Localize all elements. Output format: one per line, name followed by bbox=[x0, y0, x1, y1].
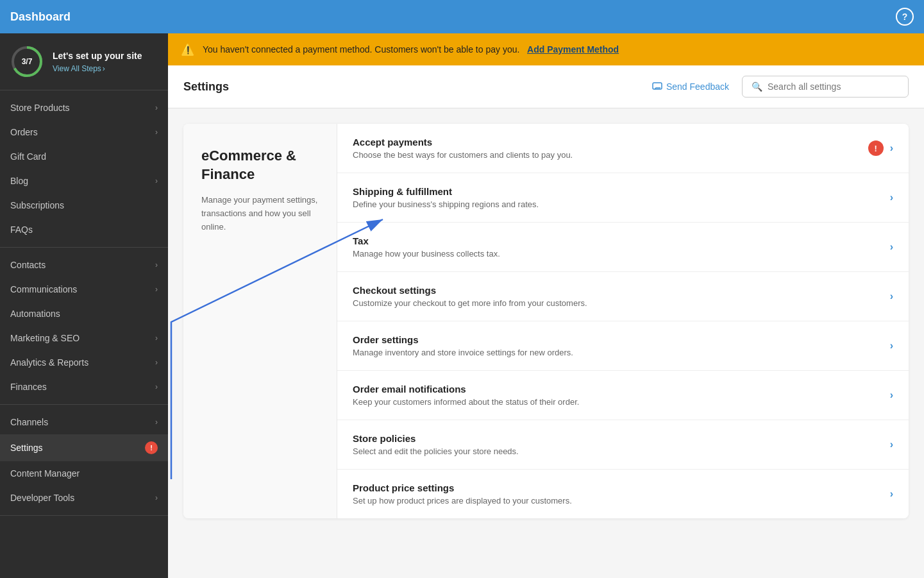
store-policies-content: Store policies Select and edit the polic… bbox=[353, 433, 890, 456]
store-policies-item[interactable]: Store policies Select and edit the polic… bbox=[337, 420, 909, 470]
sidebar-item-content-manager[interactable]: Content Manager bbox=[0, 461, 168, 486]
tax-item[interactable]: Tax Manage how your business collects ta… bbox=[337, 223, 909, 272]
tax-content: Tax Manage how your business collects ta… bbox=[353, 235, 890, 259]
chevron-icon: › bbox=[155, 176, 158, 185]
setup-card: 3/7 Let's set up your site View All Step… bbox=[0, 33, 168, 90]
product-price-right: › bbox=[890, 488, 893, 500]
sidebar-item-label: Settings bbox=[10, 443, 43, 453]
sidebar-item-orders[interactable]: Orders › bbox=[0, 120, 168, 144]
panel-sidebar-title: eCommerce & Finance bbox=[201, 147, 319, 183]
chevron-icon: › bbox=[155, 418, 158, 427]
product-price-item[interactable]: Product price settings Set up how produc… bbox=[337, 470, 909, 518]
chevron-icon: › bbox=[890, 439, 893, 450]
order-email-item[interactable]: Order email notifications Keep your cust… bbox=[337, 371, 909, 420]
chevron-icon: › bbox=[155, 358, 158, 367]
top-bar: Dashboard ? bbox=[0, 0, 924, 33]
sidebar-item-subscriptions[interactable]: Subscriptions bbox=[0, 193, 168, 217]
dashboard-title: Dashboard bbox=[10, 10, 71, 24]
feedback-icon bbox=[652, 81, 662, 92]
sidebar-item-label: Store Products bbox=[10, 103, 70, 113]
sidebar-item-label: Communications bbox=[10, 284, 77, 294]
view-all-steps-link[interactable]: View All Steps › bbox=[53, 64, 158, 73]
send-feedback-label: Send Feedback bbox=[666, 81, 729, 92]
checkout-right: › bbox=[890, 291, 893, 302]
search-input[interactable] bbox=[768, 81, 899, 92]
page-title: Settings bbox=[183, 80, 229, 94]
store-policies-desc: Select and edit the policies your store … bbox=[353, 446, 890, 456]
shipping-content: Shipping & fulfillment Define your busin… bbox=[353, 186, 890, 209]
checkout-content: Checkout settings Customize your checkou… bbox=[353, 285, 890, 308]
chevron-icon: › bbox=[890, 389, 893, 401]
progress-ring: 3/7 bbox=[10, 45, 44, 78]
sidebar-item-label: Subscriptions bbox=[10, 200, 64, 210]
panel-sidebar: eCommerce & Finance Manage your payment … bbox=[183, 124, 337, 518]
sidebar-item-gift-card[interactable]: Gift Card bbox=[0, 144, 168, 169]
setup-text: Let's set up your site View All Steps › bbox=[53, 50, 158, 73]
checkout-title: Checkout settings bbox=[353, 285, 890, 296]
order-email-right: › bbox=[890, 389, 893, 401]
sidebar-item-communications[interactable]: Communications › bbox=[0, 277, 168, 302]
order-settings-item[interactable]: Order settings Manage inventory and stor… bbox=[337, 321, 909, 371]
settings-content: eCommerce & Finance Manage your payment … bbox=[168, 108, 924, 578]
tax-title: Tax bbox=[353, 235, 890, 246]
order-email-title: Order email notifications bbox=[353, 384, 890, 395]
settings-header: Settings Send Feedback 🔍 bbox=[168, 65, 924, 108]
chevron-icon: › bbox=[890, 488, 893, 500]
sidebar-item-label: Automations bbox=[10, 309, 60, 319]
store-policies-title: Store policies bbox=[353, 433, 890, 444]
progress-label: 3/7 bbox=[22, 57, 33, 66]
chevron-icon: › bbox=[155, 334, 158, 343]
sidebar-item-blog[interactable]: Blog › bbox=[0, 169, 168, 193]
sidebar-item-label: Channels bbox=[10, 417, 48, 427]
search-icon: 🔍 bbox=[752, 81, 762, 92]
sidebar-item-marketing-seo[interactable]: Marketing & SEO › bbox=[0, 326, 168, 350]
warning-icon: ⚠️ bbox=[181, 42, 195, 56]
chevron-icon: › bbox=[890, 340, 893, 352]
chevron-icon: › bbox=[890, 241, 893, 253]
sidebar-item-developer-tools[interactable]: Developer Tools › bbox=[0, 486, 168, 510]
product-price-desc: Set up how product prices are displayed … bbox=[353, 496, 890, 506]
shipping-title: Shipping & fulfillment bbox=[353, 186, 890, 197]
settings-badge: ! bbox=[145, 441, 158, 454]
sidebar-item-store-products[interactable]: Store Products › bbox=[0, 96, 168, 120]
shipping-item[interactable]: Shipping & fulfillment Define your busin… bbox=[337, 173, 909, 223]
sidebar-item-faqs[interactable]: FAQs bbox=[0, 217, 168, 242]
chevron-icon: › bbox=[155, 285, 158, 294]
add-payment-method-link[interactable]: Add Payment Method bbox=[527, 44, 619, 55]
accept-payments-desc: Choose the best ways for customers and c… bbox=[353, 150, 868, 160]
order-settings-content: Order settings Manage inventory and stor… bbox=[353, 334, 890, 357]
warning-text: You haven't connected a payment method. … bbox=[203, 44, 911, 55]
sidebar-item-settings[interactable]: Settings ! bbox=[0, 434, 168, 461]
search-box[interactable]: 🔍 bbox=[742, 76, 909, 98]
nav-section-3: Channels › Settings ! Content Manager De… bbox=[0, 405, 168, 516]
shipping-desc: Define your business's shipping regions … bbox=[353, 200, 890, 209]
tax-desc: Manage how your business collects tax. bbox=[353, 249, 890, 259]
checkout-desc: Customize your checkout to get more info… bbox=[353, 298, 890, 308]
accept-payments-title: Accept payments bbox=[353, 137, 868, 148]
sidebar-item-finances[interactable]: Finances › bbox=[0, 375, 168, 399]
accept-payments-item[interactable]: Accept payments Choose the best ways for… bbox=[337, 124, 909, 173]
accept-payments-right: ! › bbox=[868, 140, 893, 156]
chevron-icon: › bbox=[890, 142, 893, 154]
ecommerce-panel: eCommerce & Finance Manage your payment … bbox=[183, 124, 909, 518]
checkout-item[interactable]: Checkout settings Customize your checkou… bbox=[337, 272, 909, 321]
panel-items: Accept payments Choose the best ways for… bbox=[337, 124, 909, 518]
sidebar-item-label: Marketing & SEO bbox=[10, 333, 80, 343]
chevron-icon: › bbox=[155, 128, 158, 137]
sidebar-item-label: Content Manager bbox=[10, 468, 80, 479]
sidebar-item-channels[interactable]: Channels › bbox=[0, 410, 168, 434]
chevron-icon: › bbox=[155, 493, 158, 502]
order-email-desc: Keep your customers informed about the s… bbox=[353, 397, 890, 407]
send-feedback-button[interactable]: Send Feedback bbox=[652, 81, 729, 92]
sidebar-item-analytics[interactable]: Analytics & Reports › bbox=[0, 350, 168, 375]
tax-right: › bbox=[890, 241, 893, 253]
setup-title: Let's set up your site bbox=[53, 50, 158, 62]
sidebar-item-contacts[interactable]: Contacts › bbox=[0, 253, 168, 277]
content-area: ⚠️ You haven't connected a payment metho… bbox=[168, 33, 924, 578]
chevron-icon: › bbox=[155, 260, 158, 269]
sidebar-item-automations[interactable]: Automations bbox=[0, 302, 168, 326]
settings-badge-area: ! bbox=[145, 441, 158, 454]
help-button[interactable]: ? bbox=[896, 8, 914, 26]
nav-section-2: Contacts › Communications › Automations … bbox=[0, 248, 168, 405]
sidebar-item-label: Blog bbox=[10, 176, 28, 186]
